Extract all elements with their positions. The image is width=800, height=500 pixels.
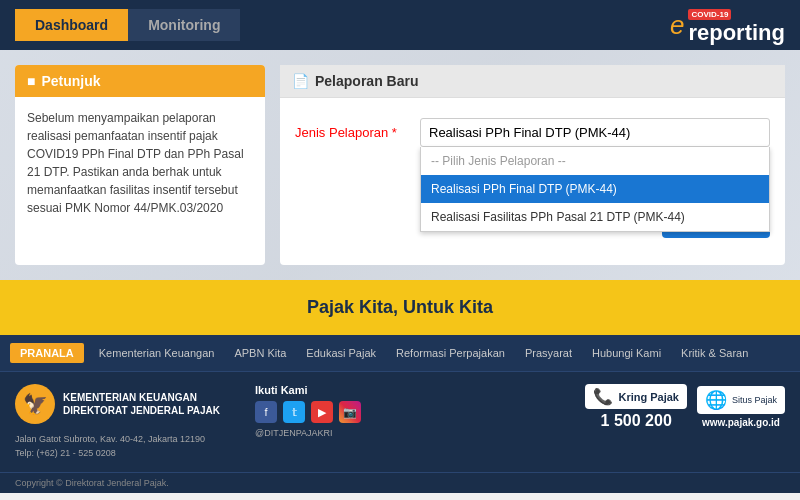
dropdown-item-pasal21[interactable]: Realisasi Fasilitas PPh Pasal 21 DTP (PM… (421, 203, 769, 231)
social-handle: @DITJENPAJAKRI (255, 428, 375, 438)
header-nav: Dashboard Monitoring (15, 9, 240, 41)
situs-url[interactable]: www.pajak.go.id (702, 417, 780, 428)
instagram-icon[interactable]: 📷 (339, 401, 361, 423)
required-indicator: * (392, 125, 397, 140)
yellow-section: Pajak Kita, Untuk Kita (0, 280, 800, 335)
ikuti-kami-label: Ikuti Kami (255, 384, 375, 396)
logo-text: reporting (688, 20, 785, 46)
facebook-icon[interactable]: f (255, 401, 277, 423)
header: Dashboard Monitoring e COVID-19 reportin… (0, 0, 800, 50)
nav-dashboard[interactable]: Dashboard (15, 9, 128, 41)
situs-pajak-section: 🌐 Situs Pajak www.pajak.go.id (697, 386, 785, 428)
social-icons: f 𝕥 ▶ 📷 (255, 401, 375, 423)
footer-nav-kritik[interactable]: Kritik & Saran (671, 343, 758, 363)
situs-badge: 🌐 Situs Pajak (697, 386, 785, 414)
youtube-icon[interactable]: ▶ (311, 401, 333, 423)
footer: PRANALA Kementerian Keuangan APBN Kita E… (0, 335, 800, 493)
phone-icon: 📞 (593, 387, 613, 406)
pelaporan-header: 📄 Pelaporan Baru (280, 65, 785, 98)
select-wrapper: -- Pilih Jenis Pelaporan -- Realisasi PP… (420, 118, 770, 147)
footer-org-name: KEMENTERIAN KEUANGAN DIREKTORAT JENDERAL… (63, 391, 220, 417)
footer-nav-pranala[interactable]: PRANALA (10, 343, 84, 363)
pelaporan-body: Jenis Pelaporan * -- Pilih Jenis Pelapor… (280, 98, 785, 258)
twitter-icon[interactable]: 𝕥 (283, 401, 305, 423)
jenis-pelaporan-select[interactable]: -- Pilih Jenis Pelaporan -- Realisasi PP… (420, 118, 770, 147)
dropdown-open: -- Pilih Jenis Pelaporan -- Realisasi PP… (420, 147, 770, 232)
petunjuk-card: ■ Petunjuk Sebelum menyampaikan pelapora… (15, 65, 265, 265)
footer-nav-kemenkeu[interactable]: Kementerian Keuangan (89, 343, 225, 363)
footer-nav-prasyarat[interactable]: Prasyarat (515, 343, 582, 363)
footer-right-group: 📞 Kring Pajak 1 500 200 🌐 Situs Pajak ww… (585, 384, 785, 430)
pelaporan-card: 📄 Pelaporan Baru Jenis Pelaporan * -- Pi… (280, 65, 785, 265)
petunjuk-title: Petunjuk (41, 73, 100, 89)
situs-label: Situs Pajak (732, 395, 777, 405)
kring-pajak-section: 📞 Kring Pajak 1 500 200 (585, 384, 687, 430)
footer-copyright: Copyright © Direktorat Jenderal Pajak. (0, 472, 800, 493)
footer-nav-hubungi[interactable]: Hubungi Kami (582, 343, 671, 363)
dropdown-item-placeholder[interactable]: -- Pilih Jenis Pelaporan -- (421, 147, 769, 175)
yellow-text: Pajak Kita, Untuk Kita (307, 297, 493, 318)
petunjuk-header: ■ Petunjuk (15, 65, 265, 97)
footer-nav-edukasi[interactable]: Edukasi Pajak (296, 343, 386, 363)
dropdown-item-pph-final[interactable]: Realisasi PPh Final DTP (PMK-44) (421, 175, 769, 203)
footer-nav: PRANALA Kementerian Keuangan APBN Kita E… (0, 335, 800, 372)
document-icon: 📄 (292, 73, 309, 89)
footer-nav-reformasi[interactable]: Reformasi Perpajakan (386, 343, 515, 363)
info-icon: ■ (27, 73, 35, 89)
main-content: ■ Petunjuk Sebelum menyampaikan pelapora… (0, 50, 800, 280)
garuda-icon: 🦅 (15, 384, 55, 424)
footer-social: Ikuti Kami f 𝕥 ▶ 📷 @DITJENPAJAKRI (255, 384, 375, 438)
footer-main: 🦅 KEMENTERIAN KEUANGAN DIREKTORAT JENDER… (0, 372, 800, 472)
pelaporan-title: Pelaporan Baru (315, 73, 418, 89)
kring-number: 1 500 200 (601, 412, 672, 430)
logo-badge: COVID-19 (688, 9, 731, 20)
footer-nav-apbn[interactable]: APBN Kita (224, 343, 296, 363)
footer-address: Jalan Gatot Subroto, Kav. 40-42, Jakarta… (15, 433, 235, 460)
footer-logo-row: 🦅 KEMENTERIAN KEUANGAN DIREKTORAT JENDER… (15, 384, 235, 424)
logo-area: e COVID-19 reporting (670, 5, 785, 46)
logo-e: e (670, 10, 684, 41)
kring-label: Kring Pajak (618, 391, 679, 403)
form-label: Jenis Pelaporan * (295, 125, 405, 140)
kring-badge: 📞 Kring Pajak (585, 384, 687, 409)
nav-monitoring[interactable]: Monitoring (128, 9, 240, 41)
globe-icon: 🌐 (705, 389, 727, 411)
petunjuk-body: Sebelum menyampaikan pelaporan realisasi… (15, 97, 265, 229)
footer-logo-section: 🦅 KEMENTERIAN KEUANGAN DIREKTORAT JENDER… (15, 384, 235, 460)
form-row: Jenis Pelaporan * -- Pilih Jenis Pelapor… (295, 118, 770, 147)
